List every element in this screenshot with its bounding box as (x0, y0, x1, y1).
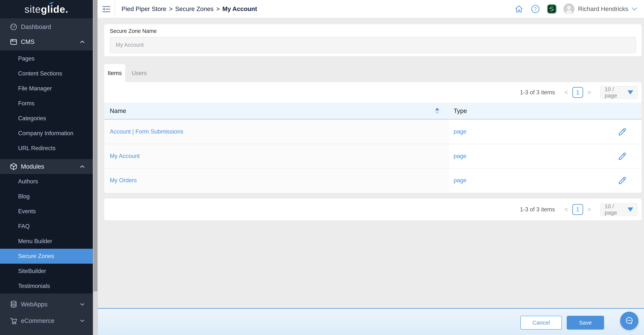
secure-zone-name-input[interactable] (110, 37, 636, 53)
item-type-cell[interactable]: page (449, 177, 617, 184)
save-button[interactable]: Save (567, 316, 604, 330)
main-area: Pied Piper Store > Secure Zones > My Acc… (98, 0, 644, 335)
item-link[interactable]: My Account (110, 153, 140, 160)
sidebar-item-ecommerce[interactable]: eCommerce (0, 312, 93, 329)
tab-users[interactable]: Users (125, 64, 153, 82)
topbar-divider (114, 0, 115, 18)
chevron-down-icon (80, 320, 84, 322)
collapse-sidebar-button[interactable] (102, 5, 111, 14)
modules-cube-icon (9, 162, 18, 171)
sidebar-cms-submenu: Pages Content Sections File Manager Form… (0, 50, 93, 159)
page-size-value: 10 / page (604, 203, 628, 216)
sidebar-item-label: Forms (18, 100, 34, 107)
action-footer: Cancel Save (98, 308, 644, 335)
home-button[interactable] (514, 4, 524, 14)
edit-pencil-icon[interactable] (617, 175, 628, 186)
chat-bubble-button[interactable] (620, 312, 638, 330)
page-size-select[interactable]: 10 / page (600, 86, 638, 99)
sidebar-item-label: eCommerce (21, 317, 54, 324)
sidebar-item-events[interactable]: Events (0, 204, 93, 219)
sidebar-item-categories[interactable]: Categories (0, 111, 93, 126)
edit-pencil-icon[interactable] (617, 126, 628, 137)
webapps-database-icon (9, 300, 18, 309)
item-type-cell[interactable]: page (449, 128, 617, 135)
pagination-page-1[interactable]: 1 (572, 87, 583, 98)
sidebar-item-secure-zones[interactable]: Secure Zones (0, 249, 93, 264)
logo-text-light: site (24, 4, 41, 15)
tabs: Items Users (104, 64, 153, 82)
pagination-next-button[interactable]: > (587, 88, 591, 96)
breadcrumb-current: My Account (222, 6, 257, 12)
logo-block: siteglide. (0, 0, 93, 18)
pagination-bottom-panel: 1-3 of 3 items < 1 > 10 / page (104, 198, 642, 220)
logo-text-bold: glide. (41, 4, 68, 15)
sidebar-item-webapps[interactable]: WebApps (0, 296, 93, 312)
tab-items[interactable]: Items (104, 64, 125, 82)
table-row: My Account page (104, 144, 642, 168)
menu-fold-arrow (102, 8, 105, 10)
help-button[interactable]: ? (530, 4, 540, 14)
sidebar-item-pages[interactable]: Pages (0, 51, 93, 66)
column-header-name[interactable]: Name (104, 107, 449, 114)
sidebar-item-menu-builder[interactable]: Menu Builder (0, 234, 93, 249)
sidebar-item-label: Company Information (18, 130, 73, 137)
sidebar-bottom-groups: WebApps eCommerce (0, 294, 93, 335)
user-name: Richard Hendricks (578, 6, 628, 12)
item-actions-cell (617, 126, 642, 137)
pagination-next-button[interactable]: > (587, 206, 591, 214)
item-link[interactable]: My Orders (110, 177, 137, 184)
chevron-up-icon (80, 165, 84, 168)
sort-ascending-icon (435, 108, 439, 110)
siteglide-badge-icon[interactable] (547, 4, 557, 14)
chevron-down-icon (80, 303, 84, 306)
sidebar-item-faq[interactable]: FAQ (0, 219, 93, 234)
item-actions-cell (617, 175, 642, 186)
pagination-range: 1-3 of 3 items (520, 206, 555, 213)
sidebar-item-blog[interactable]: Blog (0, 189, 93, 204)
sidebar-item-label: CMS (21, 38, 34, 46)
sidebar-item-testimonials[interactable]: Testimonials (0, 278, 93, 294)
sidebar-item-label: Testimonials (18, 283, 50, 290)
sidebar-item-authors[interactable]: Authors (0, 174, 93, 189)
sidebar-item-label: Categories (18, 115, 46, 122)
sidebar-item-file-manager[interactable]: File Manager (0, 81, 93, 96)
sidebar-item-modules[interactable]: Modules (0, 159, 93, 174)
user-menu[interactable]: Richard Hendricks (563, 3, 637, 14)
item-name-cell: My Orders (104, 168, 449, 192)
pagination-prev-button[interactable]: < (564, 88, 568, 96)
sidebar-item-forms[interactable]: Forms (0, 96, 93, 111)
breadcrumb: Pied Piper Store > Secure Zones > My Acc… (122, 0, 257, 18)
secure-zone-name-card: Secure Zone Name (104, 24, 642, 56)
item-link[interactable]: Account | Form Submissions (110, 128, 183, 135)
sort-descending-icon (435, 112, 439, 114)
chat-bubble-icon (624, 315, 635, 326)
pagination-prev-button[interactable]: < (564, 206, 568, 214)
sidebar-scrollbar-thumb[interactable] (94, 0, 97, 291)
item-type-cell[interactable]: page (449, 153, 617, 160)
sidebar-item-label: URL Redirects (18, 145, 56, 152)
breadcrumb-separator: > (216, 6, 220, 12)
sidebar-modules-group: Modules (0, 159, 93, 174)
breadcrumb-site[interactable]: Pied Piper Store (122, 6, 166, 12)
edit-pencil-icon[interactable] (617, 151, 628, 161)
sidebar-item-sitebuilder[interactable]: SiteBuilder (0, 264, 93, 278)
sidebar-item-dashboard[interactable]: Dashboard (0, 20, 93, 34)
pagination-page-1[interactable]: 1 (572, 204, 583, 215)
sort-icon[interactable] (435, 108, 439, 114)
sidebar-item-url-redirects[interactable]: URL Redirects (0, 141, 93, 156)
dropdown-caret-icon (628, 90, 633, 94)
sidebar-item-company-information[interactable]: Company Information (0, 126, 93, 141)
page-size-select[interactable]: 10 / page (600, 203, 638, 216)
sidebar-item-label: Pages (18, 55, 34, 62)
breadcrumb-secure-zones[interactable]: Secure Zones (175, 6, 214, 12)
cancel-button[interactable]: Cancel (520, 316, 562, 330)
svg-text:?: ? (534, 6, 537, 12)
table-row: Account | Form Submissions page (104, 120, 642, 144)
dashboard-gauge-icon (9, 22, 18, 31)
sidebar-item-label: SiteBuilder (18, 268, 46, 274)
item-name-cell: Account | Form Submissions (104, 120, 449, 144)
sidebar-item-content-sections[interactable]: Content Sections (0, 66, 93, 81)
sidebar-item-cms[interactable]: CMS (0, 34, 93, 49)
column-header-name-label: Name (110, 107, 126, 114)
table-header: Name Type (104, 103, 642, 120)
